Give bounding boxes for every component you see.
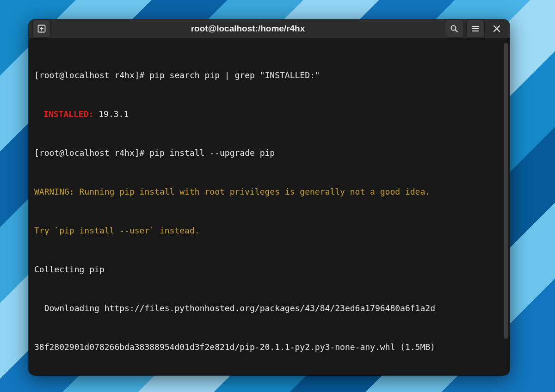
scrollbar[interactable] [504,43,508,339]
download-url: https://files.pythonhosted.org/packages/… [105,303,435,313]
output-line: 38f2802901d078266bda38388954d01d3f2e821d… [34,341,501,354]
title-bar-right [445,19,506,38]
title-bar-left [32,19,51,38]
output-line: [root@localhost r4hx]# pip search pip | … [34,69,501,82]
output-line: INSTALLED: 19.3.1 [34,108,501,121]
hamburger-icon [471,24,480,33]
window-title: root@localhost:/home/r4hx [51,24,445,34]
menu-button[interactable] [466,19,485,38]
close-icon [493,25,500,32]
output-line: Collecting pip [34,263,501,276]
search-button[interactable] [445,19,463,38]
warning-line: Try `pip install --user` instead. [34,224,501,237]
installed-label: INSTALLED: [43,109,93,119]
output-line: Downloading https://files.pythonhosted.o… [34,302,501,315]
installed-version: 19.3.1 [93,109,129,119]
command-text: pip search pip | grep "INSTALLED:" [149,70,320,80]
terminal-body[interactable]: [root@localhost r4hx]# pip search pip | … [29,38,510,375]
shell-prompt: [root@localhost r4hx]# [34,148,149,158]
svg-line-4 [456,30,458,32]
output-line: [root@localhost r4hx]# pip install --upg… [34,147,501,159]
new-tab-icon [37,24,46,33]
command-text: pip install --upgrade pip [149,148,275,158]
search-icon [450,24,458,33]
terminal-window: root@localhost:/home/r4hx [29,19,510,375]
title-bar: root@localhost:/home/r4hx [29,19,510,38]
close-button[interactable] [487,19,506,38]
warning-line: WARNING: Running pip install with root p… [34,185,501,198]
shell-prompt: [root@localhost r4hx]# [34,70,149,80]
new-tab-button[interactable] [32,19,51,38]
download-lead: Downloading [34,303,105,313]
